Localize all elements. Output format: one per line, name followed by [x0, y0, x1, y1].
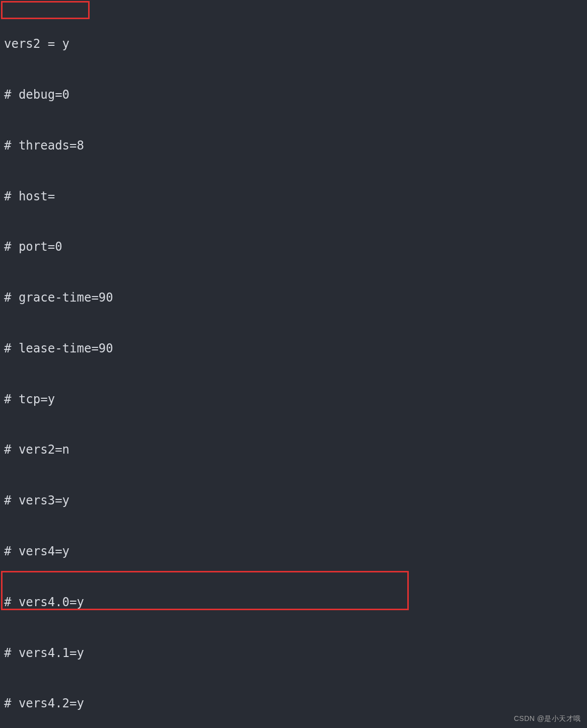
config-line: # vers3=y: [4, 492, 583, 509]
config-line: # debug=0: [4, 87, 583, 104]
config-line: # port=0: [4, 239, 583, 256]
terminal-output[interactable]: vers2 = y # debug=0 # threads=8 # host= …: [0, 0, 587, 728]
config-line: # vers2=n: [4, 442, 583, 459]
config-line: # lease-time=90: [4, 340, 583, 357]
watermark-text: CSDN @是小天才哦: [514, 714, 581, 724]
config-line: # vers4.0=y: [4, 594, 583, 611]
config-line-vers2: vers2 = y: [4, 36, 583, 53]
config-line: # vers4=y: [4, 543, 583, 560]
config-line: # threads=8: [4, 137, 583, 155]
config-line: # tcp=y: [4, 391, 583, 408]
config-line: # grace-time=90: [4, 289, 583, 307]
config-line: # host=: [4, 188, 583, 205]
config-line: # vers4.1=y: [4, 645, 583, 662]
config-line: # vers4.2=y: [4, 695, 583, 712]
